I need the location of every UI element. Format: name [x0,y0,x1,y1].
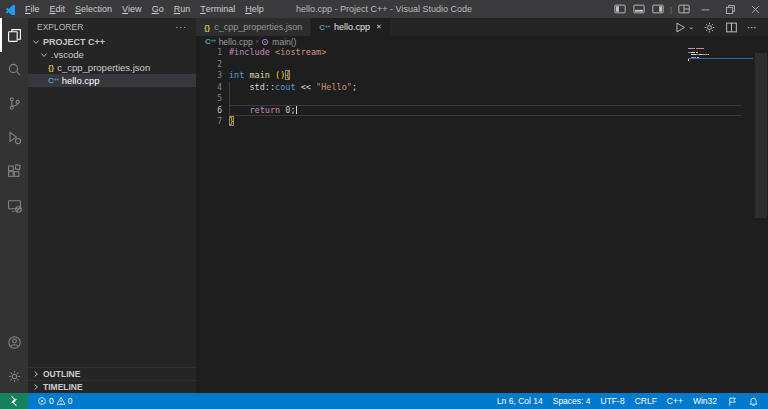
close-button[interactable] [743,0,768,18]
run-button[interactable]: ⌄ [674,21,694,34]
search-icon[interactable] [0,52,28,86]
status-c++[interactable]: C++ [662,396,688,406]
explorer-sidebar: EXPLORER ··· PROJECT C++.vscode{}c_cpp_p… [28,18,196,393]
breadcrumb-separator: › [256,37,259,46]
menu-file[interactable]: File [20,0,45,18]
tree-item-project-c-[interactable]: PROJECT C++ [28,35,196,48]
section-timeline[interactable]: TIMELINE [28,380,196,393]
menu-edit[interactable]: Edit [45,0,71,18]
remote-indicator[interactable] [0,393,28,409]
extensions-icon[interactable] [0,154,28,188]
breadcrumb-file[interactable]: hello.cpp [219,37,253,47]
status-bar: 0 0 Ln 6, Col 14Spaces: 4UTF-8CRLFC++Win… [0,393,768,409]
code-line-3[interactable]: 3int main (){ [196,70,768,82]
more-actions-icon[interactable]: ⋯ [747,22,758,33]
code-line-5[interactable]: 5 [196,93,768,105]
source-control-icon[interactable] [0,86,28,120]
run-debug-icon[interactable] [0,120,28,154]
section-label: TIMELINE [43,382,83,392]
vscode-logo-icon [0,4,20,15]
explorer-more-actions-icon[interactable]: ··· [176,22,188,32]
section-outline[interactable]: OUTLINE [28,367,196,380]
menu-terminal[interactable]: Terminal [195,0,240,18]
vertical-scrollbar[interactable] [754,47,768,393]
line-number: 2 [196,59,222,71]
gear-icon[interactable] [703,21,716,34]
bell-icon[interactable] [743,396,764,407]
window-controls: | [611,0,768,18]
menu-help[interactable]: Help [240,0,269,18]
explorer-header: EXPLORER ··· [28,18,196,35]
explorer-title: EXPLORER [37,22,83,32]
menu-run[interactable]: Run [169,0,196,18]
status-spaces-4[interactable]: Spaces: 4 [548,396,596,406]
warning-icon [56,396,66,406]
warning-count: 0 [68,396,73,406]
menu-selection[interactable]: Selection [70,0,117,18]
chevron-down-icon [40,51,48,59]
line-number: 6 [196,105,222,117]
tree-item-hello-cpp[interactable]: C++hello.cpp [28,74,196,87]
file-tree: PROJECT C++.vscode{}c_cpp_properties.jso… [28,35,196,367]
toggle-primary-sidebar-icon[interactable] [611,0,630,18]
chevron-down-icon: ⌄ [688,23,694,31]
status-ln-6-col-14[interactable]: Ln 6, Col 14 [492,396,548,406]
method-icon [261,38,269,46]
title-bar: FileEditSelectionViewGoRunTerminalHelp h… [0,0,768,18]
minimap[interactable] [688,48,745,61]
breadcrumb: C++ hello.cpp › main() [196,36,768,47]
settings-gear-icon[interactable] [0,359,28,393]
editor-actions: ⌄ ⋯ [674,18,768,36]
files-icon[interactable] [0,18,28,52]
minimize-button[interactable] [693,0,718,18]
activity-bar [0,18,28,393]
code-line-4[interactable]: 4 std::cout << "Hello"; [196,82,768,94]
menu-go[interactable]: Go [147,0,169,18]
menu-view[interactable]: View [117,0,147,18]
code-line-2[interactable]: 2 [196,59,768,71]
tab-c-cpp-properties-json[interactable]: {}c_cpp_properties.json [196,18,311,36]
code-editor[interactable]: 1#include <iostream>23int main (){4 std:… [196,47,768,393]
tree-item-label: c_cpp_properties.json [57,62,150,73]
tab-bar: {}c_cpp_properties.jsonC++hello.cpp✕ ⌄ ⋯ [196,18,768,36]
status-crlf[interactable]: CRLF [630,396,662,406]
cpp-file-icon: C++ [48,76,59,85]
line-number: 1 [196,47,222,59]
code-line-1[interactable]: 1#include <iostream> [196,47,768,59]
toggle-secondary-sidebar-icon[interactable] [649,0,668,18]
tab-label: c_cpp_properties.json [214,22,302,32]
line-number: 3 [196,70,222,82]
remote-explorer-icon[interactable] [0,188,28,222]
split-editor-icon[interactable] [725,21,738,34]
json-file-icon: {} [204,23,210,32]
scrollbar-slider[interactable] [755,53,767,218]
problems-indicator[interactable]: 0 0 [32,396,77,406]
close-tab-icon[interactable]: ✕ [376,23,382,31]
error-icon [37,396,47,406]
chevron-right-icon [32,370,40,378]
line-number: 5 [196,93,222,105]
tab-hello-cpp[interactable]: C++hello.cpp✕ [311,18,390,36]
status-utf-8[interactable]: UTF-8 [596,396,630,406]
accounts-icon[interactable] [0,325,28,359]
window-title: hello.cpp - Project C++ - Visual Studio … [296,4,472,14]
code-line-7[interactable]: 7} [196,116,768,128]
status-win32[interactable]: Win32 [688,396,722,406]
tree-item-label: hello.cpp [62,75,100,86]
line-number: 7 [196,116,222,128]
json-file-icon: {} [48,63,54,72]
chevron-right-icon [32,383,40,391]
feedback-icon[interactable] [722,396,743,407]
breadcrumb-symbol[interactable]: main() [272,37,296,47]
tree-item--vscode[interactable]: .vscode [28,48,196,61]
chevron-down-icon [32,38,40,46]
customize-layout-icon[interactable] [674,0,693,18]
section-label: OUTLINE [43,369,80,379]
line-number: 4 [196,82,222,94]
menu-bar: FileEditSelectionViewGoRunTerminalHelp [20,0,269,18]
text-cursor [296,105,297,115]
tree-item-c-cpp-properties-json[interactable]: {}c_cpp_properties.json [28,61,196,74]
toggle-panel-icon[interactable] [630,0,649,18]
restore-button[interactable] [718,0,743,18]
code-line-6[interactable]: 6 return 0; [196,105,768,117]
